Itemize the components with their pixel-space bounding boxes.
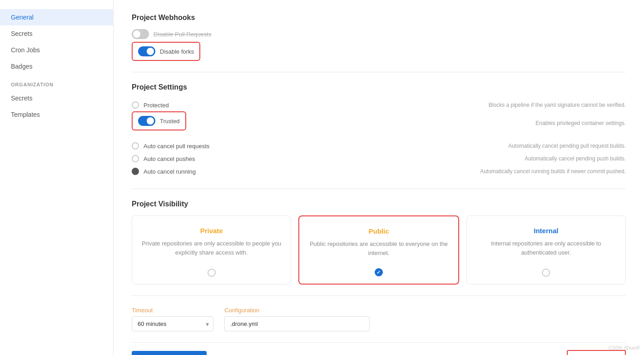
private-card-desc: Private repositories are only accessible… bbox=[139, 239, 283, 258]
trusted-label: Trusted bbox=[160, 118, 180, 125]
auto-cancel-pushes-desc: Automatically cancel pending push builds… bbox=[199, 155, 626, 162]
auto-cancel-pushes-radio[interactable] bbox=[132, 155, 139, 162]
sidebar-item-org-secrets[interactable]: Secrets bbox=[0, 90, 113, 106]
auto-cancel-running-radio[interactable] bbox=[132, 168, 139, 175]
disable-forks-box: Disable forks bbox=[132, 42, 200, 61]
internal-card-title: Internal bbox=[534, 227, 558, 235]
divider-2 bbox=[132, 189, 626, 189]
protected-desc: Blocks a pipeline if the yaml signature … bbox=[173, 102, 626, 108]
timeout-group: Timeout 60 minutes bbox=[132, 307, 213, 331]
sidebar-item-badges[interactable]: Badges bbox=[0, 58, 113, 75]
divider-3 bbox=[132, 295, 626, 296]
auto-cancel-running-row: Auto cancel running Automatically cancel… bbox=[132, 165, 626, 178]
visibility-card-private[interactable]: Private Private repositories are only ac… bbox=[132, 215, 291, 285]
public-card-title: Public bbox=[368, 227, 389, 235]
webhooks-section: Disable Pull Requests Disable forks bbox=[132, 29, 626, 61]
auto-cancel-pushes-row: Auto cancel pushes Automatically cancel … bbox=[132, 152, 626, 165]
config-group: Configuration bbox=[224, 307, 370, 331]
main-content: Project Webhooks Disable Pull Requests D… bbox=[114, 0, 644, 355]
timeout-select-wrapper: 60 minutes bbox=[132, 316, 213, 331]
trusted-toggle[interactable] bbox=[138, 116, 155, 126]
config-input[interactable] bbox=[224, 316, 370, 331]
disable-button[interactable]: ⊘ DISABLE bbox=[567, 350, 626, 355]
auto-cancel-pr-label: Auto cancel pull requests bbox=[144, 143, 209, 150]
visibility-card-internal[interactable]: Internal Internal repositories are only … bbox=[466, 215, 626, 285]
sidebar-item-cron-jobs[interactable]: Cron Jobs bbox=[0, 42, 113, 58]
config-label: Configuration bbox=[224, 307, 370, 314]
auto-cancel-pr-row: Auto cancel pull requests Automatically … bbox=[132, 140, 626, 152]
internal-radio[interactable] bbox=[542, 269, 550, 277]
private-card-title: Private bbox=[200, 227, 223, 235]
disable-pull-requests-label: Disable Pull Requests bbox=[154, 31, 211, 38]
disable-forks-toggle[interactable] bbox=[138, 46, 155, 56]
trusted-row-container: Trusted Enables privileged container set… bbox=[132, 111, 626, 135]
trusted-wrapper: Trusted bbox=[132, 111, 186, 130]
sidebar-item-general[interactable]: General bbox=[0, 9, 113, 25]
disable-pr-row: Disable Pull Requests bbox=[132, 29, 626, 39]
auto-cancel-pr-desc: Automatically cancel pending pull reques… bbox=[214, 143, 626, 149]
form-row: Timeout 60 minutes Configuration bbox=[132, 307, 626, 331]
sidebar-item-templates[interactable]: Templates bbox=[0, 106, 113, 123]
settings-section-title: Project Settings bbox=[132, 83, 626, 91]
save-button[interactable]: SAVE CHANGES bbox=[132, 351, 207, 355]
auto-cancel-pr-radio[interactable] bbox=[132, 142, 139, 150]
org-section-label: ORGANIZATION bbox=[0, 75, 113, 90]
watermark: CSDN @karlif bbox=[608, 345, 639, 350]
protected-row: Protected Blocks a pipeline if the yaml … bbox=[132, 99, 626, 111]
visibility-cards: Private Private repositories are only ac… bbox=[132, 215, 626, 285]
disable-pull-requests-slider bbox=[132, 29, 149, 39]
visibility-section-title: Project Visibility bbox=[132, 200, 626, 208]
protected-radio[interactable] bbox=[132, 101, 139, 109]
sidebar: General Secrets Cron Jobs Badges ORGANIZ… bbox=[0, 0, 114, 355]
disable-forks-slider bbox=[138, 46, 155, 56]
private-radio[interactable] bbox=[208, 269, 216, 277]
timeout-select[interactable]: 60 minutes bbox=[132, 316, 213, 331]
protected-label: Protected bbox=[144, 102, 169, 109]
auto-cancel-pushes-label: Auto cancel pushes bbox=[144, 155, 195, 162]
auto-cancel-running-label: Auto cancel running bbox=[144, 168, 196, 175]
trusted-desc: Enables privileged container settings. bbox=[186, 120, 626, 126]
webhooks-section-title: Project Webhooks bbox=[132, 14, 626, 22]
settings-rows: Protected Blocks a pipeline if the yaml … bbox=[132, 99, 626, 178]
public-card-desc: Public repositories are accessible to ev… bbox=[307, 240, 451, 257]
public-radio[interactable] bbox=[375, 268, 383, 276]
disable-forks-label: Disable forks bbox=[160, 48, 194, 55]
timeout-label: Timeout bbox=[132, 307, 213, 314]
sidebar-item-secrets[interactable]: Secrets bbox=[0, 25, 113, 42]
app-layout: General Secrets Cron Jobs Badges ORGANIZ… bbox=[0, 0, 644, 355]
trusted-slider bbox=[138, 116, 155, 126]
auto-cancel-running-desc: Automatically cancel running builds if n… bbox=[200, 168, 626, 175]
divider-1 bbox=[132, 72, 626, 72]
bottom-bar: SAVE CHANGES ⊘ DISABLE bbox=[132, 342, 626, 355]
disable-pull-requests-toggle[interactable] bbox=[132, 29, 149, 39]
internal-card-desc: Internal repositories are only accessibl… bbox=[474, 239, 618, 258]
visibility-card-public[interactable]: Public Public repositories are accessibl… bbox=[298, 215, 459, 285]
